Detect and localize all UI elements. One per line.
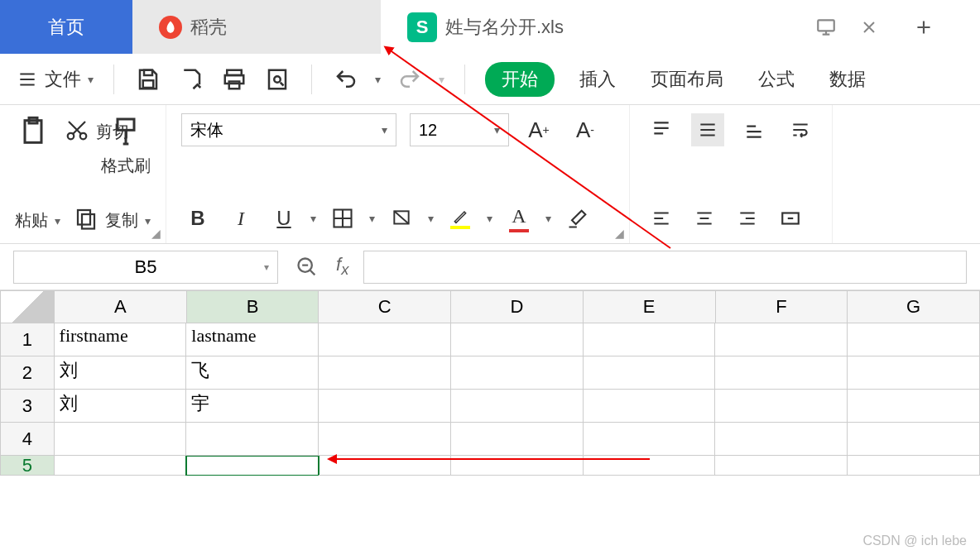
save-as-icon[interactable] (177, 65, 205, 93)
cell-C3[interactable] (319, 390, 451, 423)
row-header-2[interactable]: 2 (0, 356, 55, 390)
cell-E2[interactable] (584, 356, 716, 390)
group-launcher-icon[interactable]: ◢ (615, 227, 624, 240)
save-icon[interactable] (134, 65, 162, 93)
fill-color-button[interactable] (385, 202, 418, 235)
undo-icon[interactable] (332, 65, 360, 93)
cell-G3[interactable] (848, 390, 980, 423)
col-header-C[interactable]: C (319, 290, 451, 323)
align-center-icon[interactable] (688, 202, 721, 235)
new-tab-icon[interactable] (912, 16, 935, 39)
chevron-down-icon[interactable]: ▾ (487, 212, 492, 225)
chevron-down-icon[interactable]: ▾ (369, 212, 375, 225)
cell-A1[interactable]: firstname (55, 323, 187, 356)
align-top-icon[interactable] (645, 113, 678, 146)
cell-G1[interactable] (848, 323, 980, 356)
cell-B1[interactable]: lastname (186, 323, 319, 356)
print-icon[interactable] (220, 65, 248, 93)
ribbon-tab-formula[interactable]: 公式 (748, 67, 805, 92)
col-header-B[interactable]: B (187, 290, 319, 323)
cell-G2[interactable] (848, 356, 980, 390)
col-header-E[interactable]: E (584, 290, 716, 323)
cell-A5[interactable] (55, 456, 187, 476)
align-bottom-icon[interactable] (737, 113, 771, 146)
row-header-5[interactable]: 5 (0, 456, 55, 476)
cell-A4[interactable] (55, 423, 187, 456)
borders-button[interactable] (326, 202, 359, 235)
cell-B5[interactable] (186, 456, 319, 476)
cell-B2[interactable]: 飞 (186, 356, 319, 390)
print-preview-icon[interactable] (263, 65, 291, 93)
fx-icon[interactable]: fx (336, 254, 348, 279)
close-tab-icon[interactable] (858, 16, 881, 39)
underline-button[interactable]: U (267, 202, 300, 235)
chevron-down-icon[interactable]: ▾ (545, 212, 551, 225)
cell-D5[interactable] (451, 456, 584, 476)
cell-D2[interactable] (451, 356, 584, 390)
align-left-icon[interactable] (645, 202, 678, 235)
zoom-out-icon[interactable] (293, 253, 321, 281)
copy-button[interactable]: 复制▾ (74, 206, 151, 235)
cell-D3[interactable] (451, 390, 584, 423)
col-header-A[interactable]: A (55, 290, 187, 323)
merge-cells-icon[interactable] (774, 202, 807, 235)
col-header-F[interactable]: F (716, 290, 848, 323)
clear-format-button[interactable] (561, 202, 594, 235)
italic-button[interactable]: I (224, 202, 257, 235)
ribbon-tab-insert[interactable]: 插入 (569, 67, 626, 92)
monitor-icon[interactable] (814, 16, 838, 39)
format-painter-button[interactable]: 格式刷 (101, 113, 151, 177)
paste-label-button[interactable]: 粘贴▾ (15, 209, 60, 232)
align-right-icon[interactable] (731, 202, 764, 235)
cell-C1[interactable] (319, 323, 451, 356)
group-launcher-icon[interactable]: ◢ (151, 227, 161, 240)
increase-font-icon[interactable]: A+ (522, 113, 555, 146)
font-name-select[interactable]: 宋体 ▾ (181, 113, 396, 146)
row-header-3[interactable]: 3 (0, 390, 55, 423)
cell-C2[interactable] (319, 356, 451, 390)
cell-C5[interactable] (319, 456, 451, 476)
cell-F5[interactable] (715, 456, 848, 476)
tab-home[interactable]: 首页 (0, 0, 132, 54)
cell-A2[interactable]: 刘 (55, 356, 187, 390)
chevron-down-icon[interactable]: ▾ (428, 212, 434, 225)
highlight-button[interactable] (444, 202, 477, 235)
redo-dropdown[interactable]: ▾ (439, 73, 444, 86)
chevron-down-icon[interactable]: ▾ (264, 261, 269, 273)
paste-button[interactable] (15, 113, 51, 150)
cell-F1[interactable] (715, 323, 848, 356)
chevron-down-icon[interactable]: ▾ (310, 212, 316, 225)
cell-B4[interactable] (186, 423, 319, 456)
formula-input[interactable] (363, 251, 967, 284)
cell-A3[interactable]: 刘 (55, 390, 187, 423)
cell-F4[interactable] (715, 423, 848, 456)
select-all-corner[interactable] (0, 290, 55, 323)
file-menu[interactable]: 文件 ▾ (17, 67, 94, 92)
ribbon-tab-layout[interactable]: 页面布局 (641, 67, 733, 92)
font-color-button[interactable]: A (502, 202, 536, 235)
bold-button[interactable]: B (181, 202, 214, 235)
cell-E4[interactable] (584, 423, 716, 456)
cell-E1[interactable] (584, 323, 716, 356)
redo-icon[interactable] (396, 65, 424, 93)
cell-D4[interactable] (451, 423, 584, 456)
row-header-4[interactable]: 4 (0, 423, 55, 456)
cell-E3[interactable] (584, 390, 716, 423)
undo-dropdown[interactable]: ▾ (375, 73, 381, 86)
cell-C4[interactable] (319, 423, 451, 456)
cell-F3[interactable] (715, 390, 848, 423)
ribbon-tab-start[interactable]: 开始 (485, 62, 555, 97)
font-size-select[interactable]: 12 ▾ (410, 113, 509, 146)
cell-G5[interactable] (848, 456, 980, 476)
align-middle-icon[interactable] (691, 113, 724, 146)
cell-B3[interactable]: 宇 (186, 390, 319, 423)
name-box[interactable]: B5 ▾ (13, 251, 278, 284)
wrap-text-icon[interactable] (784, 113, 817, 146)
row-header-1[interactable]: 1 (0, 323, 55, 356)
tab-daoke[interactable]: 稻壳 (132, 0, 381, 54)
cell-G4[interactable] (848, 423, 980, 456)
col-header-D[interactable]: D (451, 290, 584, 323)
cell-D1[interactable] (451, 323, 584, 356)
tab-current-file[interactable]: S 姓与名分开.xls (381, 0, 980, 54)
cell-F2[interactable] (715, 356, 848, 390)
